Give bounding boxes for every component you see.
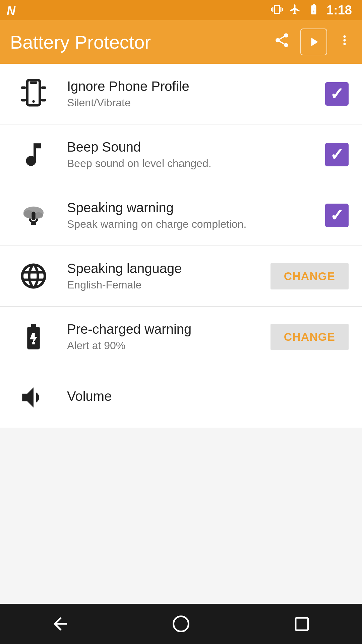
- speaking-language-action[interactable]: CHANGE: [270, 263, 349, 289]
- play-store-icon[interactable]: [300, 29, 327, 55]
- pre-charged-warning-action[interactable]: CHANGE: [270, 324, 349, 350]
- setting-pre-charged-warning: Pre-charged warning Alert at 90% CHANGE: [0, 307, 362, 367]
- speaking-language-subtitle: English-Female: [67, 279, 257, 291]
- svg-point-3: [34, 212, 43, 219]
- home-button[interactable]: [164, 607, 198, 641]
- recents-button[interactable]: [285, 607, 318, 641]
- speaking-language-icon: [13, 256, 54, 296]
- airplane-icon: [289, 3, 301, 17]
- ignore-phone-profile-action[interactable]: ✓: [325, 82, 349, 106]
- speaking-warning-action[interactable]: ✓: [325, 204, 349, 227]
- status-time: 1:18: [326, 3, 352, 17]
- speaking-warning-icon: [13, 195, 54, 235]
- speaking-language-title: Speaking language: [67, 261, 257, 276]
- checkmark-icon: ✓: [330, 84, 344, 104]
- speaking-warning-subtitle: Speak warning on charge completion.: [67, 218, 312, 230]
- speaking-warning-text: Speaking warning Speak warning on charge…: [67, 200, 312, 230]
- volume-icon: [13, 377, 54, 418]
- status-icons: 1:18: [271, 3, 352, 17]
- beep-sound-checkbox[interactable]: ✓: [325, 143, 349, 166]
- battery-charging-status-icon: [307, 3, 320, 17]
- ignore-phone-profile-icon: [13, 74, 54, 114]
- speaking-warning-title: Speaking warning: [67, 200, 312, 215]
- volume-title: Volume: [67, 389, 349, 404]
- beep-sound-title: Beep Sound: [67, 140, 312, 155]
- ignore-phone-profile-subtitle: Silent/Vibrate: [67, 97, 312, 109]
- beep-sound-subtitle: Beep sound on level changed.: [67, 157, 312, 170]
- svg-rect-4: [32, 212, 35, 220]
- app-bar: Battery Protector: [0, 20, 362, 64]
- ignore-phone-profile-text: Ignore Phone Profile Silent/Vibrate: [67, 79, 312, 109]
- beep-sound-icon: [13, 135, 54, 175]
- ignore-phone-profile-checkbox[interactable]: ✓: [325, 82, 349, 106]
- svg-rect-8: [296, 618, 308, 630]
- setting-ignore-phone-profile: Ignore Phone Profile Silent/Vibrate ✓: [0, 64, 362, 124]
- svg-point-7: [174, 616, 189, 632]
- share-icon[interactable]: [274, 32, 290, 52]
- more-options-icon[interactable]: [337, 33, 352, 51]
- status-bar: N 1:18: [0, 0, 362, 20]
- app-bar-actions: [274, 29, 352, 55]
- pre-charged-warning-icon: [13, 317, 54, 357]
- navigation-bar: [0, 604, 362, 644]
- settings-list: Ignore Phone Profile Silent/Vibrate ✓ Be…: [0, 64, 362, 428]
- setting-speaking-language: Speaking language English-Female CHANGE: [0, 246, 362, 307]
- setting-beep-sound: Beep Sound Beep sound on level changed. …: [0, 124, 362, 185]
- app-title: Battery Protector: [10, 31, 267, 53]
- vibrate-icon: [271, 3, 283, 17]
- setting-volume: Volume: [0, 367, 362, 428]
- pre-charged-warning-text: Pre-charged warning Alert at 90%: [67, 322, 257, 352]
- speaking-language-change-button[interactable]: CHANGE: [270, 263, 349, 289]
- speaking-warning-checkbox[interactable]: ✓: [325, 204, 349, 227]
- speaking-language-text: Speaking language English-Female: [67, 261, 257, 291]
- back-button[interactable]: [44, 607, 77, 641]
- beep-sound-text: Beep Sound Beep sound on level changed.: [67, 140, 312, 170]
- ignore-phone-profile-title: Ignore Phone Profile: [67, 79, 312, 94]
- checkmark-icon: ✓: [330, 206, 344, 225]
- pre-charged-warning-change-button[interactable]: CHANGE: [270, 324, 349, 350]
- pre-charged-warning-subtitle: Alert at 90%: [67, 339, 257, 352]
- pre-charged-warning-title: Pre-charged warning: [67, 322, 257, 337]
- setting-speaking-warning: Speaking warning Speak warning on charge…: [0, 185, 362, 246]
- beep-sound-action[interactable]: ✓: [325, 143, 349, 166]
- checkmark-icon: ✓: [330, 145, 344, 164]
- notification-logo: N: [7, 4, 15, 18]
- volume-text: Volume: [67, 389, 349, 407]
